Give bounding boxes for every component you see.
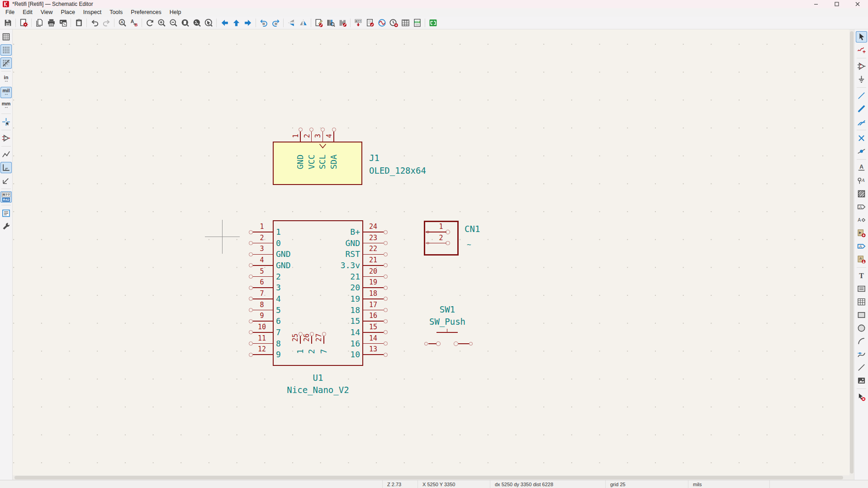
grid-dots-button[interactable]: [0, 44, 12, 56]
draw-wire-button[interactable]: [856, 90, 867, 101]
toolbar-separator: [857, 130, 866, 130]
vertical-scrollbar[interactable]: [849, 29, 854, 480]
component-cn1[interactable]: 12CN1~: [421, 219, 505, 260]
annotate-button[interactable]: R??: [352, 17, 364, 28]
hier-sheet-button[interactable]: [856, 188, 867, 199]
draw-bus-button[interactable]: [856, 103, 867, 114]
rotate-ccw-button[interactable]: [258, 17, 270, 28]
nav-back-button[interactable]: [218, 17, 230, 28]
menu-inspect[interactable]: Inspect: [79, 9, 105, 16]
assign-footprints-button[interactable]: [337, 17, 348, 28]
horizontal-scrollbar[interactable]: [13, 475, 849, 480]
redo-button[interactable]: [100, 17, 112, 28]
vertical-scrollbar-thumb[interactable]: [850, 31, 854, 474]
circle-button[interactable]: [856, 322, 867, 334]
place-power-button[interactable]: [856, 74, 867, 85]
u1-pin-end: [384, 275, 388, 279]
nav-forward-button[interactable]: [242, 17, 254, 28]
mirror-h-button[interactable]: [297, 17, 309, 28]
highlight-net-button[interactable]: [856, 44, 867, 56]
sheet-pin-button[interactable]: A: [856, 214, 867, 226]
properties-wrench-button[interactable]: [0, 221, 12, 232]
menu-tools[interactable]: Tools: [105, 9, 127, 16]
junction-button[interactable]: [856, 146, 867, 157]
zoom-fit-objects-button[interactable]: [191, 17, 203, 28]
grid-override-button[interactable]: [0, 57, 12, 69]
hierarchy-navigator-button[interactable]: [0, 208, 12, 219]
browse-libraries-button[interactable]: [325, 17, 337, 28]
hier-pin-button[interactable]: A: [856, 241, 867, 252]
menu-edit[interactable]: Edit: [19, 9, 37, 16]
bus-entry-button[interactable]: [856, 116, 867, 128]
maximize-button[interactable]: [826, 0, 847, 8]
edit-symbol-fields-button[interactable]: [313, 17, 325, 28]
menu-preferences[interactable]: Preferences: [127, 9, 165, 16]
page-settings-button[interactable]: [33, 17, 45, 28]
erc-button[interactable]: [364, 17, 376, 28]
wire-hv-button[interactable]: [0, 162, 12, 173]
zoom-out-button[interactable]: [167, 17, 179, 28]
cursor-crosshair-button[interactable]: [0, 116, 12, 128]
u1-pin-line: [253, 287, 273, 288]
toolbar-separator: [1, 205, 11, 205]
undo-button[interactable]: [89, 17, 100, 28]
nav-up-button[interactable]: [230, 17, 242, 28]
arc-button[interactable]: [856, 336, 867, 347]
global-label-button[interactable]: A: [856, 175, 867, 186]
update-from-schematic-button[interactable]: [388, 17, 399, 28]
paste-button[interactable]: [73, 17, 85, 28]
text-button[interactable]: T: [856, 270, 867, 281]
rectangle-button[interactable]: [856, 309, 867, 321]
mirror-v-button[interactable]: [285, 17, 297, 28]
horizontal-scrollbar-thumb[interactable]: [14, 476, 843, 479]
unit-mm-button[interactable]: mm: [0, 100, 12, 111]
zoom-fit-page-button[interactable]: [179, 17, 191, 28]
menu-place[interactable]: Place: [57, 9, 79, 16]
schematic-canvas[interactable]: 1GND2VCC3SCL4SDAJ1OLED_128x6411203GND4GN…: [13, 29, 854, 480]
menu-view[interactable]: View: [37, 9, 57, 16]
save-button[interactable]: [2, 17, 14, 28]
menu-help[interactable]: Help: [166, 9, 185, 16]
annotate-auto-button[interactable]: R??R42: [0, 191, 12, 203]
component-u1[interactable]: 11203GND4GND526374859610711812924B+23GND…: [245, 217, 389, 398]
no-connect-button[interactable]: [856, 133, 867, 144]
symbol-fields-table-button[interactable]: [399, 17, 411, 28]
bom-button[interactable]: bom: [411, 17, 423, 28]
text-box-button[interactable]: [856, 283, 867, 294]
import-sheet-pin-button[interactable]: [856, 227, 867, 239]
rotate-cw-button[interactable]: [270, 17, 281, 28]
u1-right-pin-name: B+: [315, 227, 360, 237]
line-button[interactable]: [856, 362, 867, 373]
place-symbol-button[interactable]: [856, 61, 867, 72]
zoom-selection-button[interactable]: [203, 17, 214, 28]
find-button[interactable]: A: [116, 17, 128, 28]
find-replace-button[interactable]: AB: [128, 17, 140, 28]
bezier-button[interactable]: [856, 349, 867, 360]
simulator-button[interactable]: [376, 17, 388, 28]
hidden-pins-button[interactable]: [0, 133, 12, 144]
close-button[interactable]: [847, 0, 868, 8]
component-sw1[interactable]: SW1SW_Push: [421, 301, 475, 349]
unit-in-button[interactable]: in: [0, 74, 12, 85]
component-j1[interactable]: 1GND2VCC3SCL4SDAJ1OLED_128x64: [270, 123, 432, 189]
grid-visibility-button[interactable]: [0, 31, 12, 43]
u1-left-pin-name: GND: [276, 261, 291, 270]
net-label-button[interactable]: A: [856, 162, 867, 173]
menu-file[interactable]: File: [1, 9, 19, 16]
print-button[interactable]: [45, 17, 57, 28]
select-cursor-button[interactable]: [856, 31, 867, 43]
unit-mil-button[interactable]: mil: [0, 87, 12, 98]
image-button[interactable]: [856, 375, 867, 386]
minimize-button[interactable]: [806, 0, 826, 8]
delete-tool-button[interactable]: [856, 391, 867, 403]
sync-sheet-pins-button[interactable]: A: [856, 254, 867, 265]
plot-button[interactable]: [57, 17, 69, 28]
wire-45-button[interactable]: [0, 175, 12, 186]
hier-label-button[interactable]: A: [856, 201, 867, 213]
schematic-setup-button[interactable]: [18, 17, 29, 28]
open-pcb-editor-button[interactable]: [427, 17, 439, 28]
table-button[interactable]: [856, 296, 867, 308]
zoom-in-button[interactable]: [156, 17, 167, 28]
wire-free-angle-button[interactable]: [0, 149, 12, 160]
refresh-button[interactable]: [144, 17, 156, 28]
